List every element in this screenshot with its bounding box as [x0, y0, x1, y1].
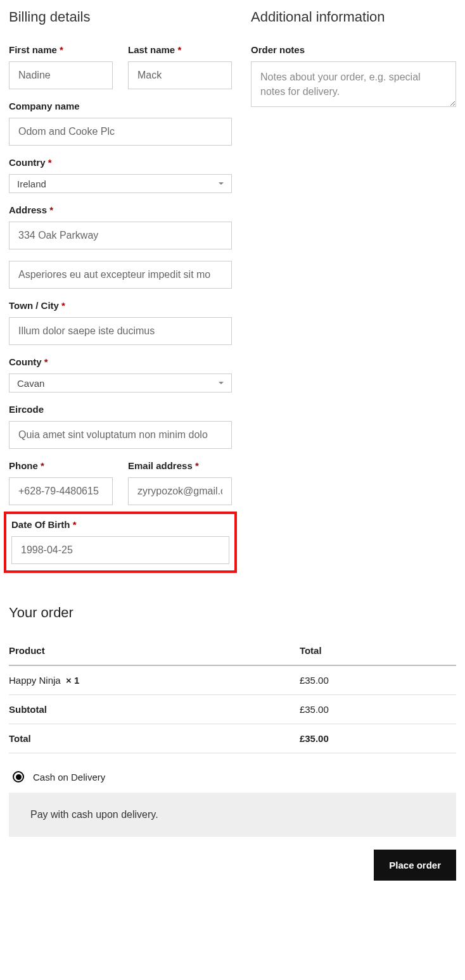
country-select[interactable]: Ireland	[9, 174, 232, 193]
eircode-label: Eircode	[9, 404, 232, 415]
last-name-label: Last name *	[128, 44, 232, 55]
dob-field[interactable]	[11, 536, 229, 564]
subtotal-label: Subtotal	[9, 695, 300, 724]
company-label: Company name	[9, 101, 232, 111]
additional-heading: Additional information	[251, 9, 456, 25]
address2-field[interactable]	[9, 261, 232, 289]
last-name-field[interactable]	[128, 61, 232, 89]
notes-label: Order notes	[251, 44, 456, 55]
phone-field[interactable]	[9, 477, 113, 505]
country-label: Country *	[9, 157, 232, 168]
payment-description: Pay with cash upon delivery.	[9, 793, 456, 837]
table-row: Happy Ninja × 1 £35.00	[9, 665, 456, 695]
item-name: Happy Ninja	[9, 675, 61, 686]
city-label: Town / City *	[9, 300, 232, 311]
county-label: County *	[9, 356, 232, 367]
payment-method-label: Cash on Delivery	[33, 772, 105, 782]
notes-field[interactable]	[251, 61, 456, 107]
payment-method-cod[interactable]: Cash on Delivery	[9, 769, 456, 793]
address1-field[interactable]	[9, 222, 232, 249]
total-value: £35.00	[300, 724, 456, 753]
city-field[interactable]	[9, 317, 232, 345]
first-name-field[interactable]	[9, 61, 113, 89]
subtotal-value: £35.00	[300, 695, 456, 724]
table-row: Subtotal £35.00	[9, 695, 456, 724]
radio-selected-icon	[13, 771, 24, 782]
total-col-header: Total	[300, 636, 456, 665]
address-label: Address *	[9, 204, 232, 215]
item-qty: × 1	[66, 675, 79, 686]
table-row: Total £35.00	[9, 724, 456, 753]
product-col-header: Product	[9, 636, 300, 665]
order-heading: Your order	[9, 605, 456, 621]
first-name-label: First name *	[9, 44, 113, 55]
phone-label: Phone *	[9, 460, 113, 471]
company-field[interactable]	[9, 118, 232, 146]
place-order-button[interactable]: Place order	[374, 850, 456, 881]
eircode-field[interactable]	[9, 421, 232, 449]
item-total: £35.00	[300, 665, 456, 695]
billing-heading: Billing details	[9, 9, 232, 25]
dob-highlight: Date Of Birth *	[4, 512, 237, 573]
email-field[interactable]	[128, 477, 232, 505]
county-select[interactable]: Cavan	[9, 374, 232, 393]
email-label: Email address *	[128, 460, 232, 471]
total-label: Total	[9, 724, 300, 753]
order-table: Product Total Happy Ninja × 1 £35.00 Sub…	[9, 636, 456, 753]
dob-label: Date Of Birth *	[11, 519, 229, 530]
